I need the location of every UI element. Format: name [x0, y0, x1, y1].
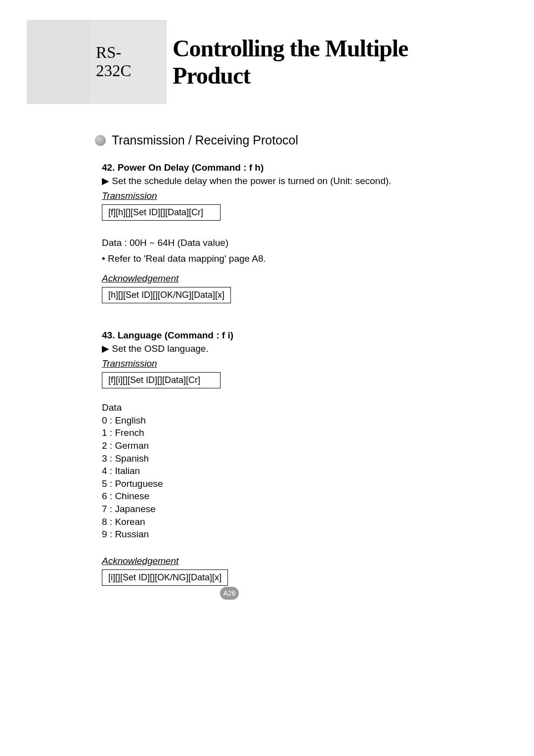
- ack-label-43: Acknowledgement: [102, 556, 448, 567]
- command-42-block: 42. Power On Delay (Command : f h) ▶ Set…: [102, 162, 448, 306]
- transmission-label: Transmission: [102, 190, 448, 201]
- data-note-42: Data : 00H ~ 64H (Data value): [102, 237, 448, 248]
- left-sidebar-block: [27, 20, 90, 104]
- bullet-icon: [95, 135, 106, 146]
- transmission-label-43: Transmission: [102, 358, 448, 369]
- lang-item: 1 : French: [102, 426, 448, 439]
- section-heading: Transmission / Receiving Protocol: [95, 133, 298, 147]
- command-42-title: 42. Power On Delay (Command : f h): [102, 162, 448, 173]
- command-42-desc: ▶ Set the schedule delay when the power …: [102, 175, 448, 187]
- lang-item: 4 : Italian: [102, 465, 448, 477]
- page-header: RS-232C Controlling the Multiple Product: [90, 20, 471, 104]
- page-number-badge: A26: [220, 587, 239, 600]
- content-body: 42. Power On Delay (Command : f h) ▶ Set…: [102, 162, 448, 589]
- ack-label-42: Acknowledgement: [102, 273, 448, 284]
- transmission-code-42: [f][h][][Set ID][][Data][Cr]: [102, 204, 221, 221]
- command-43-block: 43. Language (Command : f i) ▶ Set the O…: [102, 330, 448, 589]
- lang-item: 9 : Russian: [102, 528, 448, 541]
- language-data-list: Data 0 : English 1 : French 2 : German 3…: [102, 401, 448, 541]
- header-title: Controlling the Multiple Product: [173, 35, 471, 89]
- ack-code-42: [h][][Set ID][][OK/NG][Data][x]: [102, 287, 231, 303]
- header-prefix: RS-232C: [90, 20, 167, 104]
- command-43-title: 43. Language (Command : f i): [102, 330, 448, 341]
- lang-item: 3 : Spanish: [102, 452, 448, 465]
- lang-item: 7 : Japanese: [102, 503, 448, 516]
- lang-item: 2 : German: [102, 439, 448, 452]
- ref-note-42: • Refer to 'Real data mapping' page A8.: [102, 253, 448, 264]
- lang-item: 5 : Portuguese: [102, 477, 448, 490]
- command-43-desc: ▶ Set the OSD language.: [102, 343, 448, 354]
- lang-item: 8 : Korean: [102, 516, 448, 528]
- data-header: Data: [102, 401, 448, 414]
- lang-item: 6 : Chinese: [102, 490, 448, 503]
- ack-code-43: [i][][Set ID][][OK/NG][Data][x]: [102, 569, 228, 586]
- section-heading-text: Transmission / Receiving Protocol: [112, 133, 298, 147]
- page-number: A26: [223, 589, 236, 597]
- lang-item: 0 : English: [102, 414, 448, 427]
- transmission-code-43: [f][i][][Set ID][][Data][Cr]: [102, 372, 221, 388]
